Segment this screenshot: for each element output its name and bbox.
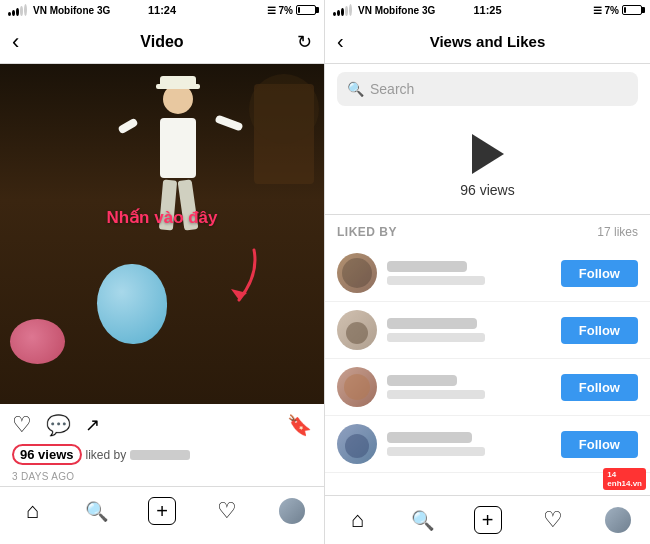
user-avatar-4 xyxy=(337,424,377,464)
battery-right: ☰ 7% xyxy=(267,5,316,16)
user-row: Follow xyxy=(325,245,650,302)
user-avatar-3 xyxy=(337,367,377,407)
battery-icon-left xyxy=(296,5,316,15)
add-icon-right: + xyxy=(474,506,502,534)
nav-profile-right[interactable] xyxy=(598,500,638,540)
liked-by-header: LIKED BY 17 likes xyxy=(325,215,650,245)
video-nav-header: ‹ Video ↻ xyxy=(0,20,324,64)
heart-icon-right: ♡ xyxy=(543,507,563,533)
like-icon[interactable]: ♡ xyxy=(12,412,32,438)
liked-by-text: liked by xyxy=(86,448,127,462)
nav-heart-left[interactable]: ♡ xyxy=(207,491,247,531)
carrier-info-right: VN Mobifone 3G xyxy=(333,4,435,16)
bookmark-icon[interactable]: 🔖 xyxy=(287,413,312,437)
search-icon-right: 🔍 xyxy=(347,81,364,97)
nav-search-right[interactable]: 🔍 xyxy=(403,500,443,540)
wifi-icon: ☰ xyxy=(267,5,276,16)
profile-avatar-left xyxy=(279,498,305,524)
bottom-nav-right: ⌂ 🔍 + ♡ xyxy=(325,495,650,544)
userhandle-blur-2 xyxy=(387,333,485,342)
userhandle-blur-4 xyxy=(387,447,485,456)
video-background: Nhấn vào đây xyxy=(0,64,324,404)
nav-search-left[interactable]: 🔍 xyxy=(77,491,117,531)
play-icon xyxy=(472,134,504,174)
person-head xyxy=(163,84,193,114)
left-panel: VN Mobifone 3G 11:24 ☰ 7% ‹ Video ↻ xyxy=(0,0,325,544)
post-stats: 96 views liked by xyxy=(0,442,324,469)
carrier-name: VN Mobifone 3G xyxy=(33,5,110,16)
signal-right xyxy=(333,4,352,16)
nav-home-right[interactable]: ⌂ xyxy=(338,500,378,540)
views-likes-title: Views and Likes xyxy=(430,33,546,50)
user-list: Follow Follow Follow xyxy=(325,245,650,495)
post-actions-bar: ♡ 💬 ↗ 🔖 xyxy=(0,404,324,442)
search-bar[interactable]: 🔍 Search xyxy=(337,72,638,106)
back-icon-left[interactable]: ‹ xyxy=(12,29,19,55)
bottom-nav-left: ⌂ 🔍 + ♡ xyxy=(0,486,324,535)
arrow-annotation xyxy=(219,245,269,314)
status-bar-left: VN Mobifone 3G 11:24 ☰ 7% xyxy=(0,0,324,20)
time-left: 11:24 xyxy=(148,4,176,16)
nav-home-left[interactable]: ⌂ xyxy=(12,491,52,531)
person-body xyxy=(160,118,196,178)
battery-icon-right xyxy=(622,5,642,15)
nav-add-right[interactable]: + xyxy=(468,500,508,540)
battery-right2: ☰ 7% xyxy=(593,5,642,16)
carrier-name-right: VN Mobifone 3G xyxy=(358,5,435,16)
heart-icon-left: ♡ xyxy=(217,498,237,524)
user-info-2 xyxy=(387,318,551,342)
pink-object xyxy=(10,319,65,364)
user-row: Follow xyxy=(325,359,650,416)
follow-button-1[interactable]: Follow xyxy=(561,260,638,287)
nav-profile-left[interactable] xyxy=(272,491,312,531)
post-icons-left: ♡ 💬 ↗ xyxy=(12,412,100,438)
views-section: 96 views xyxy=(325,114,650,215)
wifi-icon-right: ☰ xyxy=(593,5,602,16)
back-btn-right[interactable]: ‹ xyxy=(337,30,344,53)
balloon xyxy=(97,264,167,344)
home-icon-left: ⌂ xyxy=(26,498,39,524)
userhandle-blur-1 xyxy=(387,276,485,285)
userhandle-blur-3 xyxy=(387,390,485,399)
battery-pct-left: 7% xyxy=(279,5,293,16)
decor-circle xyxy=(249,74,319,144)
username-blur-3 xyxy=(387,375,457,386)
refresh-icon[interactable]: ↻ xyxy=(297,31,312,53)
user-info-3 xyxy=(387,375,551,399)
username-blur-2 xyxy=(387,318,477,329)
user-info-4 xyxy=(387,432,551,456)
follow-button-3[interactable]: Follow xyxy=(561,374,638,401)
signal-strength xyxy=(8,4,27,16)
liker-name-blurred xyxy=(130,450,190,460)
follow-button-2[interactable]: Follow xyxy=(561,317,638,344)
right-panel: VN Mobifone 3G 11:25 ☰ 7% ‹ Views and Li… xyxy=(325,0,650,544)
views-likes-header: ‹ Views and Likes xyxy=(325,20,650,64)
user-avatar-2 xyxy=(337,310,377,350)
post-timestamp: 3 DAYS AGO xyxy=(0,469,324,486)
follow-button-4[interactable]: Follow xyxy=(561,431,638,458)
liked-by-label: LIKED BY xyxy=(337,225,397,239)
video-overlay-text: Nhấn vào đây xyxy=(106,207,217,228)
views-count-right: 96 views xyxy=(460,182,514,198)
nav-add-left[interactable]: + xyxy=(142,491,182,531)
user-row: Follow xyxy=(325,416,650,473)
likes-count: 17 likes xyxy=(597,225,638,239)
person-hat xyxy=(160,76,196,86)
user-row: Follow xyxy=(325,302,650,359)
search-icon-nav-right: 🔍 xyxy=(411,509,435,532)
video-player[interactable]: Nhấn vào đây xyxy=(0,64,324,404)
search-placeholder-text: Search xyxy=(370,81,414,97)
watermark: 14enh14.vn xyxy=(603,468,646,490)
battery-pct-right: 7% xyxy=(605,5,619,16)
views-count-badge: 96 views xyxy=(12,444,82,465)
status-bar-right: VN Mobifone 3G 11:25 ☰ 7% xyxy=(325,0,650,20)
profile-avatar-right xyxy=(605,507,631,533)
comment-icon[interactable]: 💬 xyxy=(46,413,71,437)
user-avatar-1 xyxy=(337,253,377,293)
add-icon-left: + xyxy=(148,497,176,525)
share-icon[interactable]: ↗ xyxy=(85,414,100,436)
search-icon-left: 🔍 xyxy=(85,500,109,523)
nav-heart-right[interactable]: ♡ xyxy=(533,500,573,540)
username-blur-4 xyxy=(387,432,472,443)
user-info-1 xyxy=(387,261,551,285)
